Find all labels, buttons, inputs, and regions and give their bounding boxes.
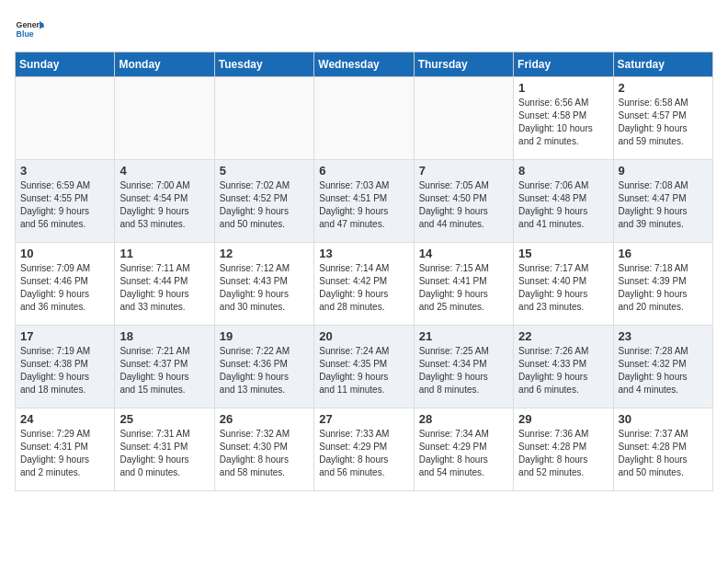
day-info: Sunrise: 7:02 AM Sunset: 4:52 PM Dayligh… <box>220 179 309 231</box>
day-number: 11 <box>119 247 209 260</box>
calendar-day-cell: 24Sunrise: 7:29 AM Sunset: 4:31 PM Dayli… <box>16 408 115 491</box>
day-number: 20 <box>319 329 408 343</box>
day-info: Sunrise: 7:19 AM Sunset: 4:38 PM Dayligh… <box>20 345 109 396</box>
calendar-day-cell <box>414 77 513 160</box>
day-number: 18 <box>119 329 209 343</box>
day-info: Sunrise: 7:37 AM Sunset: 4:28 PM Dayligh… <box>619 428 708 479</box>
day-info: Sunrise: 7:00 AM Sunset: 4:54 PM Dayligh… <box>119 179 209 231</box>
day-info: Sunrise: 7:25 AM Sunset: 4:34 PM Dayligh… <box>419 345 508 396</box>
day-info: Sunrise: 6:59 AM Sunset: 4:55 PM Dayligh… <box>20 179 109 231</box>
weekday-header-monday: Monday <box>115 52 214 77</box>
calendar-day-cell: 14Sunrise: 7:15 AM Sunset: 4:41 PM Dayli… <box>414 243 513 326</box>
day-number: 10 <box>20 247 109 260</box>
calendar-day-cell: 30Sunrise: 7:37 AM Sunset: 4:28 PM Dayli… <box>613 408 712 491</box>
day-info: Sunrise: 7:22 AM Sunset: 4:36 PM Dayligh… <box>220 345 309 396</box>
day-info: Sunrise: 7:29 AM Sunset: 4:31 PM Dayligh… <box>20 428 109 479</box>
day-number: 6 <box>319 164 408 178</box>
calendar-week-row: 3Sunrise: 6:59 AM Sunset: 4:55 PM Daylig… <box>16 160 713 243</box>
day-number: 26 <box>220 412 309 426</box>
weekday-header-thursday: Thursday <box>414 52 513 77</box>
calendar-day-cell: 1Sunrise: 6:56 AM Sunset: 4:58 PM Daylig… <box>514 77 613 160</box>
calendar-table: SundayMondayTuesdayWednesdayThursdayFrid… <box>15 52 713 491</box>
weekday-header-wednesday: Wednesday <box>314 52 414 77</box>
day-info: Sunrise: 7:32 AM Sunset: 4:30 PM Dayligh… <box>220 428 309 479</box>
day-info: Sunrise: 7:14 AM Sunset: 4:42 PM Dayligh… <box>319 262 408 314</box>
day-number: 13 <box>319 247 408 260</box>
day-number: 23 <box>619 329 708 343</box>
calendar-day-cell: 25Sunrise: 7:31 AM Sunset: 4:31 PM Dayli… <box>115 408 214 491</box>
day-info: Sunrise: 7:31 AM Sunset: 4:31 PM Dayligh… <box>119 428 209 479</box>
calendar-day-cell: 19Sunrise: 7:22 AM Sunset: 4:36 PM Dayli… <box>214 326 313 408</box>
day-number: 22 <box>518 329 608 343</box>
day-info: Sunrise: 7:36 AM Sunset: 4:28 PM Dayligh… <box>518 428 608 479</box>
calendar-day-cell: 6Sunrise: 7:03 AM Sunset: 4:51 PM Daylig… <box>314 160 414 243</box>
day-number: 9 <box>619 164 708 178</box>
day-number: 16 <box>619 247 708 260</box>
day-number: 3 <box>20 164 109 178</box>
day-info: Sunrise: 7:15 AM Sunset: 4:41 PM Dayligh… <box>419 262 508 314</box>
calendar-week-row: 24Sunrise: 7:29 AM Sunset: 4:31 PM Dayli… <box>16 408 713 491</box>
day-info: Sunrise: 7:21 AM Sunset: 4:37 PM Dayligh… <box>119 345 209 396</box>
day-number: 29 <box>518 412 608 426</box>
day-number: 2 <box>619 81 708 95</box>
weekday-header-sunday: Sunday <box>16 52 115 77</box>
day-info: Sunrise: 7:34 AM Sunset: 4:29 PM Dayligh… <box>419 428 508 479</box>
calendar-day-cell: 4Sunrise: 7:00 AM Sunset: 4:54 PM Daylig… <box>115 160 214 243</box>
calendar-day-cell: 21Sunrise: 7:25 AM Sunset: 4:34 PM Dayli… <box>414 326 513 408</box>
logo: General Blue <box>15 15 44 44</box>
day-info: Sunrise: 7:05 AM Sunset: 4:50 PM Dayligh… <box>419 179 508 231</box>
calendar-day-cell: 13Sunrise: 7:14 AM Sunset: 4:42 PM Dayli… <box>314 243 414 326</box>
day-info: Sunrise: 7:08 AM Sunset: 4:47 PM Dayligh… <box>619 179 708 231</box>
calendar-day-cell: 27Sunrise: 7:33 AM Sunset: 4:29 PM Dayli… <box>314 408 414 491</box>
day-number: 25 <box>119 412 209 426</box>
day-number: 12 <box>220 247 309 260</box>
day-number: 7 <box>419 164 508 178</box>
day-info: Sunrise: 6:56 AM Sunset: 4:58 PM Dayligh… <box>518 97 608 148</box>
day-number: 4 <box>119 164 209 178</box>
calendar-day-cell: 22Sunrise: 7:26 AM Sunset: 4:33 PM Dayli… <box>514 326 613 408</box>
calendar-day-cell: 9Sunrise: 7:08 AM Sunset: 4:47 PM Daylig… <box>613 160 712 243</box>
day-number: 19 <box>220 329 309 343</box>
calendar-day-cell: 17Sunrise: 7:19 AM Sunset: 4:38 PM Dayli… <box>16 326 115 408</box>
weekday-header-tuesday: Tuesday <box>214 52 313 77</box>
calendar-day-cell: 16Sunrise: 7:18 AM Sunset: 4:39 PM Dayli… <box>613 243 712 326</box>
calendar-day-cell: 7Sunrise: 7:05 AM Sunset: 4:50 PM Daylig… <box>414 160 513 243</box>
day-info: Sunrise: 7:12 AM Sunset: 4:43 PM Dayligh… <box>220 262 309 314</box>
day-info: Sunrise: 7:33 AM Sunset: 4:29 PM Dayligh… <box>319 428 408 479</box>
calendar-day-cell: 23Sunrise: 7:28 AM Sunset: 4:32 PM Dayli… <box>613 326 712 408</box>
calendar-day-cell: 28Sunrise: 7:34 AM Sunset: 4:29 PM Dayli… <box>414 408 513 491</box>
calendar-day-cell: 10Sunrise: 7:09 AM Sunset: 4:46 PM Dayli… <box>16 243 115 326</box>
day-info: Sunrise: 7:24 AM Sunset: 4:35 PM Dayligh… <box>319 345 408 396</box>
day-number: 17 <box>20 329 109 343</box>
calendar-day-cell: 18Sunrise: 7:21 AM Sunset: 4:37 PM Dayli… <box>115 326 214 408</box>
weekday-header-saturday: Saturday <box>613 52 712 77</box>
day-info: Sunrise: 7:11 AM Sunset: 4:44 PM Dayligh… <box>119 262 209 314</box>
calendar-day-cell <box>16 77 115 160</box>
calendar-day-cell: 20Sunrise: 7:24 AM Sunset: 4:35 PM Dayli… <box>314 326 414 408</box>
calendar-day-cell <box>115 77 214 160</box>
calendar-day-cell: 2Sunrise: 6:58 AM Sunset: 4:57 PM Daylig… <box>613 77 712 160</box>
calendar-day-cell: 8Sunrise: 7:06 AM Sunset: 4:48 PM Daylig… <box>514 160 613 243</box>
calendar-day-cell <box>214 77 313 160</box>
calendar-day-cell <box>314 77 414 160</box>
day-info: Sunrise: 7:26 AM Sunset: 4:33 PM Dayligh… <box>518 345 608 396</box>
day-info: Sunrise: 7:03 AM Sunset: 4:51 PM Dayligh… <box>319 179 408 231</box>
calendar-day-cell: 29Sunrise: 7:36 AM Sunset: 4:28 PM Dayli… <box>514 408 613 491</box>
calendar-day-cell: 12Sunrise: 7:12 AM Sunset: 4:43 PM Dayli… <box>214 243 313 326</box>
day-info: Sunrise: 7:28 AM Sunset: 4:32 PM Dayligh… <box>619 345 708 396</box>
day-number: 8 <box>518 164 608 178</box>
weekday-header-friday: Friday <box>514 52 613 77</box>
day-info: Sunrise: 7:18 AM Sunset: 4:39 PM Dayligh… <box>619 262 708 314</box>
day-number: 27 <box>319 412 408 426</box>
day-number: 1 <box>518 81 608 95</box>
logo-icon: General Blue <box>15 15 44 44</box>
calendar-day-cell: 15Sunrise: 7:17 AM Sunset: 4:40 PM Dayli… <box>514 243 613 326</box>
day-number: 30 <box>619 412 708 426</box>
page-header: General Blue <box>15 15 713 44</box>
day-number: 5 <box>220 164 309 178</box>
calendar-day-cell: 26Sunrise: 7:32 AM Sunset: 4:30 PM Dayli… <box>214 408 313 491</box>
calendar-day-cell: 11Sunrise: 7:11 AM Sunset: 4:44 PM Dayli… <box>115 243 214 326</box>
calendar-week-row: 1Sunrise: 6:56 AM Sunset: 4:58 PM Daylig… <box>16 77 713 160</box>
day-number: 24 <box>20 412 109 426</box>
day-info: Sunrise: 7:17 AM Sunset: 4:40 PM Dayligh… <box>518 262 608 314</box>
